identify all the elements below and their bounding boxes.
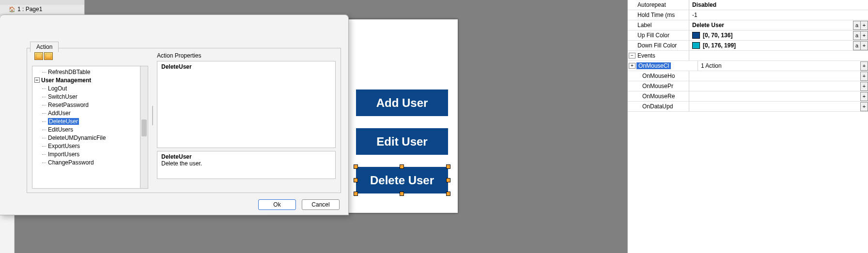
prop-value[interactable]	[689, 91, 861, 101]
prop-key: Events	[636, 52, 689, 59]
scrollbar[interactable]	[140, 66, 148, 188]
prop-value[interactable]: Disabled	[689, 0, 868, 10]
scrollbar-thumb[interactable]	[141, 119, 147, 136]
resize-handle[interactable]	[400, 164, 404, 169]
action-properties-title: Action Properties	[157, 52, 336, 59]
tab-action[interactable]: Action	[30, 42, 59, 52]
prop-plus-button[interactable]: +	[860, 61, 868, 71]
collapse-icon[interactable]: −	[629, 53, 636, 59]
prop-key: OnMousePr	[636, 83, 689, 89]
prop-key: OnMouseCl	[636, 62, 671, 69]
resize-handle[interactable]	[354, 178, 358, 182]
prop-key: OnMouseRe	[636, 93, 689, 100]
tree-item[interactable]: LogOut	[33, 85, 147, 93]
action-description-text: Delete the user.	[161, 160, 331, 167]
prop-row-events[interactable]: − Events	[628, 51, 868, 61]
tree-item[interactable]: ImportUsers	[33, 150, 147, 159]
ok-button[interactable]: Ok	[258, 199, 296, 210]
prop-key: Autorepeat	[636, 1, 689, 8]
splitter-handle[interactable]	[152, 106, 155, 125]
resize-handle[interactable]	[446, 164, 450, 169]
delete-user-button[interactable]: Delete User	[356, 167, 448, 193]
prop-value	[689, 51, 868, 60]
collapse-tree-icon[interactable]	[44, 52, 53, 60]
selection-handles	[356, 167, 448, 193]
prop-value[interactable]: 1 Action	[698, 61, 861, 71]
prop-row-onmouseclick[interactable]: + OnMouseCl 1 Action +	[628, 61, 868, 71]
resize-handle[interactable]	[446, 192, 450, 196]
prop-a-button[interactable]: a	[853, 21, 861, 30]
prop-value[interactable]: [0, 176, 199]	[689, 41, 853, 50]
color-value-text: [0, 176, 199]	[703, 41, 736, 51]
expand-tree-icon[interactable]	[34, 52, 43, 60]
tree-item[interactable]: ExportUsers	[33, 142, 147, 150]
action-dialog: Action RefreshDBTable−User ManagementLog…	[0, 15, 349, 215]
resize-handle[interactable]	[354, 164, 358, 169]
resize-handle[interactable]	[400, 192, 404, 196]
prop-a-button[interactable]: a	[853, 31, 861, 40]
prop-row-onmousepress[interactable]: OnMousePr +	[628, 81, 868, 91]
tree-toolbar	[34, 52, 53, 60]
prop-plus-button[interactable]: +	[860, 92, 868, 101]
prop-key: Hold Time (ms	[636, 12, 689, 18]
tree-item[interactable]: DeleteUMDynamicFile	[33, 134, 147, 142]
action-description-box: DeleteUser Delete the user.	[157, 151, 336, 179]
prop-value[interactable]	[689, 71, 861, 81]
action-properties-box[interactable]: DeleteUser	[157, 61, 336, 148]
prop-plus-button[interactable]: +	[860, 82, 868, 91]
collapse-icon[interactable]: −	[34, 77, 40, 83]
tree-item[interactable]: DeleteUser	[33, 118, 147, 126]
prop-row-ondataupdate[interactable]: OnDataUpd +	[628, 102, 868, 112]
action-tree-panel: RefreshDBTable−User ManagementLogOutSwit…	[32, 66, 148, 189]
tree-item[interactable]: EditUsers	[33, 126, 147, 134]
prop-row-onmouserelease[interactable]: OnMouseRe +	[628, 91, 868, 102]
prop-row-holdtime[interactable]: Hold Time (ms -1	[628, 10, 868, 20]
prop-row-label[interactable]: Label Delete User a +	[628, 20, 868, 30]
resize-handle[interactable]	[354, 192, 358, 196]
tree-item[interactable]: RefreshDBTable	[33, 68, 147, 76]
prop-key: Label	[636, 22, 689, 29]
prop-value[interactable]: -1	[689, 10, 868, 20]
page-tree-label: 1 : Page1	[17, 6, 42, 13]
tree-item[interactable]: SwitchUser	[33, 93, 147, 101]
color-value-text: [0, 70, 136]	[703, 30, 732, 41]
prop-value[interactable]	[689, 81, 861, 91]
prop-row-downfillcolor[interactable]: Down Fill Color [0, 176, 199] a +	[628, 41, 868, 51]
color-swatch[interactable]	[692, 32, 700, 39]
home-icon: 🏠	[9, 6, 16, 13]
prop-value[interactable]: [0, 70, 136]	[689, 30, 853, 40]
edit-user-button[interactable]: Edit User	[356, 128, 448, 155]
prop-key: Down Fill Color	[636, 42, 689, 49]
prop-key: OnMouseHo	[636, 73, 689, 79]
prop-plus-button[interactable]: +	[860, 41, 868, 50]
prop-key: Up Fill Color	[636, 32, 689, 39]
prop-row-upfillcolor[interactable]: Up Fill Color [0, 70, 136] a +	[628, 30, 868, 41]
tree-item[interactable]: ChangePassword	[33, 159, 147, 167]
expand-icon[interactable]: +	[629, 63, 636, 69]
prop-plus-button[interactable]: +	[860, 102, 868, 111]
prop-plus-button[interactable]: +	[860, 31, 868, 40]
color-swatch[interactable]	[692, 42, 700, 49]
resize-handle[interactable]	[446, 178, 450, 182]
dialog-body: RefreshDBTable−User ManagementLogOutSwit…	[27, 48, 341, 193]
cancel-button[interactable]: Cancel	[302, 199, 340, 210]
action-tree[interactable]: RefreshDBTable−User ManagementLogOutSwit…	[32, 66, 148, 169]
page-tree-item[interactable]: 🏠 1 : Page1	[0, 5, 84, 14]
tree-item[interactable]: AddUser	[33, 109, 147, 118]
tree-item[interactable]: ResetPassword	[33, 101, 147, 109]
prop-row-autorepeat[interactable]: Autorepeat Disabled	[628, 0, 868, 10]
prop-key: OnDataUpd	[636, 103, 689, 110]
prop-value[interactable]: Delete User	[689, 20, 853, 30]
property-inspector: Autorepeat Disabled Hold Time (ms -1 Lab…	[627, 0, 868, 253]
action-description-title: DeleteUser	[161, 153, 331, 160]
tree-group-user-management[interactable]: −User Management	[33, 76, 147, 85]
prop-row-onmousehover[interactable]: OnMouseHo +	[628, 71, 868, 81]
add-user-button[interactable]: Add User	[356, 89, 448, 116]
prop-value[interactable]	[689, 102, 861, 111]
prop-plus-button[interactable]: +	[860, 72, 868, 81]
prop-a-button[interactable]: a	[853, 41, 861, 50]
prop-plus-button[interactable]: +	[860, 21, 868, 30]
action-properties-panel: Action Properties DeleteUser DeleteUser …	[157, 52, 336, 189]
